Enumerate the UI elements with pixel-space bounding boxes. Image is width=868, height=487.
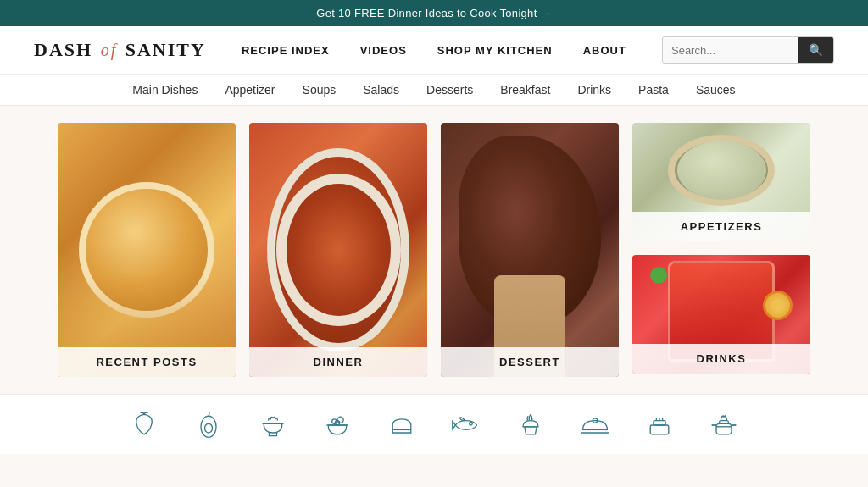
fish-icon[interactable] [451,410,481,440]
svg-point-0 [201,416,216,437]
subnav-drinks[interactable]: Drinks [577,83,611,97]
subnav-desserts[interactable]: Desserts [426,83,473,97]
dish-cover-icon[interactable] [580,410,610,440]
svg-point-5 [337,417,343,423]
banner-text: Get 10 FREE Dinner Ideas to Cook Tonight… [316,7,552,19]
nav-shop[interactable]: SHOP MY KITCHEN [437,44,553,57]
salad-icon[interactable] [322,410,353,440]
nav-recipe-index[interactable]: RECIPE INDEX [242,44,330,57]
subnav-breakfast[interactable]: Breakfast [500,83,550,97]
top-banner[interactable]: Get 10 FREE Dinner Ideas to Cook Tonight… [0,0,868,26]
logo-part1: DASH [34,39,92,60]
logo[interactable]: DASH of SANITY [34,39,206,61]
svg-rect-17 [716,423,732,434]
svg-rect-13 [654,421,665,425]
subnav-appetizer[interactable]: Appetizer [225,83,275,97]
logo-of: of [101,41,118,59]
svg-rect-12 [650,425,669,434]
card-dessert[interactable]: DESSERT [441,123,619,377]
card-recent-posts-label: RECENT POSTS [58,347,236,377]
svg-rect-21 [720,421,729,424]
main-nav: RECIPE INDEX VIDEOS SHOP MY KITCHEN ABOU… [242,44,626,57]
pot-icon[interactable] [709,410,739,440]
avocado-icon[interactable] [193,410,224,440]
card-drinks[interactable]: DRINKS [632,255,810,374]
footer-icons [0,394,868,454]
nav-videos[interactable]: VIDEOS [360,44,407,57]
card-appetizers-label: APPETIZERS [632,212,810,241]
card-recent-posts[interactable]: RECENT POSTS [58,123,236,377]
card-dinner-label: DINNER [249,347,427,377]
subnav-sauces[interactable]: Sauces [696,83,736,97]
subnav-salads[interactable]: Salads [363,83,399,97]
search-button[interactable]: 🔍 [798,37,833,63]
subnav-pasta[interactable]: Pasta [638,83,669,97]
cake-icon[interactable] [644,410,675,440]
nav-about[interactable]: ABOUT [583,44,626,57]
bread-icon[interactable] [387,410,417,440]
subnav-main-dishes[interactable]: Main Dishes [132,83,198,97]
header: DASH of SANITY RECIPE INDEX VIDEOS SHOP … [0,26,868,75]
logo-part2: SANITY [125,39,206,60]
main-content: RECENT POSTS DINNER DESSERT [0,106,868,394]
cupcake-icon[interactable] [515,410,546,440]
right-column: APPETIZERS DRINKS [632,123,810,377]
card-dessert-label: DESSERT [441,347,619,377]
card-drinks-label: DRINKS [632,344,810,374]
svg-point-8 [470,422,473,425]
search-input[interactable] [663,38,798,63]
card-appetizers[interactable]: APPETIZERS [632,123,810,241]
sub-nav: Main Dishes Appetizer Soups Salads Desse… [0,75,868,106]
svg-point-1 [205,423,213,433]
card-dinner[interactable]: DINNER [249,123,427,377]
carrot-icon[interactable] [129,410,159,440]
subnav-soups[interactable]: Soups [303,83,337,97]
search-bar: 🔍 [662,36,834,64]
bowl-icon[interactable] [258,410,288,440]
